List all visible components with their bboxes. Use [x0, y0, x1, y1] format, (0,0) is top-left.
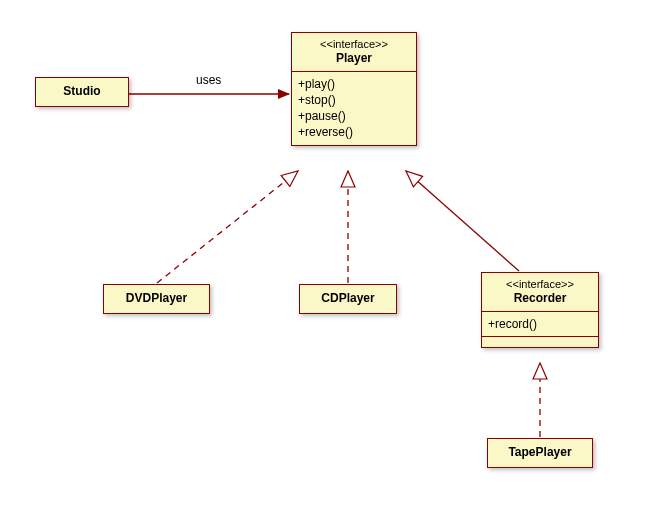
op-row: +reverse() [298, 124, 410, 140]
interface-player: <<interface>> Player +play() +stop() +pa… [291, 32, 417, 146]
class-tapeplayer: TapePlayer [487, 438, 593, 468]
interface-recorder-ops: +record() [482, 312, 598, 336]
op-row: +play() [298, 76, 410, 92]
op-row: +stop() [298, 92, 410, 108]
edge-label-uses: uses [196, 73, 221, 87]
interface-recorder: <<interface>> Recorder +record() [481, 272, 599, 348]
interface-recorder-name: Recorder [488, 291, 592, 307]
interface-player-name: Player [298, 51, 410, 67]
interface-player-ops: +play() +stop() +pause() +reverse() [292, 72, 416, 145]
op-row: +pause() [298, 108, 410, 124]
class-cdplayer: CDPlayer [299, 284, 397, 314]
op-row: +record() [488, 316, 592, 332]
edge-recorder-extends-player [406, 171, 519, 271]
interface-recorder-stereotype: <<interface>> [488, 277, 592, 291]
class-tapeplayer-name: TapePlayer [488, 439, 592, 467]
class-dvdplayer: DVDPlayer [103, 284, 210, 314]
class-studio: Studio [35, 77, 129, 107]
interface-player-title: <<interface>> Player [292, 33, 416, 71]
interface-recorder-title: <<interface>> Recorder [482, 273, 598, 311]
class-cdplayer-name: CDPlayer [300, 285, 396, 313]
interface-player-stereotype: <<interface>> [298, 37, 410, 51]
class-dvdplayer-name: DVDPlayer [104, 285, 209, 313]
empty-compartment [482, 337, 598, 347]
class-studio-name: Studio [36, 78, 128, 106]
edge-dvd-realizes-player [157, 171, 298, 283]
